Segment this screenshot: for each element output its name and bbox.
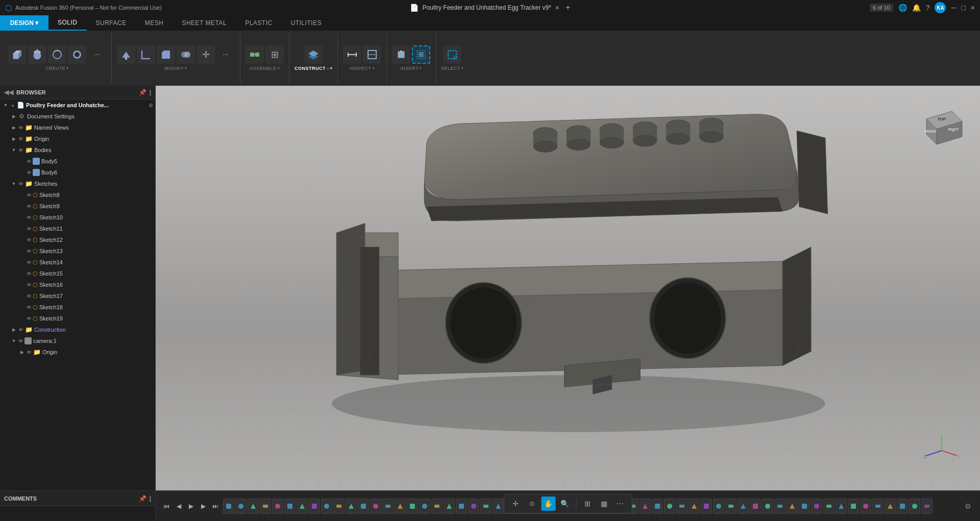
tree-sketch8[interactable]: ▶ 👁 ⬡ Sketch8 [0, 189, 155, 201]
body6-eye[interactable]: 👁 [26, 169, 33, 176]
step-53[interactable] [860, 499, 871, 514]
design-button[interactable]: DESIGN ▾ [0, 15, 48, 31]
tree-bodies[interactable]: ▼ 👁 📁 Bodies [0, 144, 155, 156]
step-45[interactable] [762, 499, 773, 514]
step-3[interactable] [248, 499, 259, 514]
resize-handle[interactable]: | [150, 89, 151, 96]
decal-icon[interactable] [412, 45, 430, 64]
assemble-label[interactable]: ASSEMBLE▾ [250, 66, 280, 71]
help-icon[interactable]: ? [926, 4, 930, 12]
step-55[interactable] [885, 499, 896, 514]
step-19[interactable] [444, 499, 455, 514]
step-51[interactable] [836, 499, 847, 514]
step-38[interactable] [676, 499, 688, 514]
display-mode-icon[interactable]: ⊞ [580, 497, 595, 511]
modify-label[interactable]: MODIFY▾ [164, 66, 187, 71]
s8-eye[interactable]: 👁 [26, 191, 33, 199]
named-views-arrow[interactable]: ▶ [10, 124, 17, 131]
timeline-start-button[interactable]: ⏮ [161, 501, 172, 512]
step-11[interactable] [346, 499, 357, 514]
press-pull-icon[interactable] [117, 45, 135, 64]
step-13[interactable] [370, 499, 381, 514]
collapse-arrow[interactable]: ◀◀ [4, 89, 13, 96]
tab-sheet-metal[interactable]: SHEET METAL [173, 15, 236, 31]
chamfer-icon[interactable] [157, 45, 175, 64]
timeline-next-button[interactable]: ▶ [198, 501, 209, 512]
timeline-prev-button[interactable]: ◀ [173, 501, 184, 512]
tab-surface[interactable]: SURFACE [87, 15, 136, 31]
step-4[interactable] [260, 499, 271, 514]
more-icon[interactable]: ⋯ [613, 497, 627, 511]
align-icon[interactable]: ⊞ [265, 45, 284, 64]
tree-sketch14[interactable]: ▶ 👁 ⬡ Sketch14 [0, 257, 155, 268]
tree-origin2[interactable]: ▶ 👁 📁 Origin [0, 346, 155, 358]
bodies-arrow[interactable]: ▼ [10, 146, 17, 154]
tree-named-views[interactable]: ▶ 👁 📁 Named Views [0, 122, 155, 133]
tree-body6[interactable]: ▶ 👁 Body6 [0, 167, 155, 178]
move-icon[interactable]: ✛ [197, 45, 215, 64]
step-42[interactable] [725, 499, 737, 514]
step-46[interactable] [774, 499, 786, 514]
step-43[interactable] [738, 499, 749, 514]
sketches-arrow[interactable]: ▼ [10, 180, 17, 187]
step-56[interactable] [897, 499, 908, 514]
root-arrow[interactable]: ▼ [2, 102, 9, 109]
step-15[interactable] [395, 499, 406, 514]
step-7[interactable] [297, 499, 308, 514]
root-visibility[interactable]: ● [9, 102, 16, 109]
close-button[interactable]: × [971, 4, 975, 12]
camera1-eye[interactable]: 👁 [17, 337, 24, 344]
inspect-label[interactable]: INSPECT▾ [350, 66, 375, 71]
origin2-arrow[interactable]: ▶ [18, 349, 26, 356]
settings-icon[interactable]: ⚙ [961, 499, 975, 513]
step-40[interactable] [701, 499, 712, 514]
add-tab-icon[interactable]: + [566, 3, 570, 12]
look-at-icon[interactable]: ⊙ [525, 497, 539, 511]
step-41[interactable] [713, 499, 724, 514]
timeline-end-button[interactable]: ⏭ [210, 501, 221, 512]
maximize-button[interactable]: □ [961, 4, 965, 12]
fillet-icon[interactable] [137, 45, 155, 64]
tree-sketch10[interactable]: ▶ 👁 ⬡ Sketch10 [0, 212, 155, 223]
tree-sketch9[interactable]: ▶ 👁 ⬡ Sketch9 [0, 201, 155, 212]
orbit-icon[interactable]: ✛ [508, 497, 523, 511]
origin-arrow[interactable]: ▶ [10, 135, 17, 142]
step-20[interactable] [456, 499, 467, 514]
view-cube-svg[interactable]: TOP RighT FRONT [914, 96, 970, 152]
zoom-icon[interactable]: 🔍 [557, 497, 572, 511]
step-12[interactable] [358, 499, 369, 514]
step-37[interactable] [664, 499, 675, 514]
step-52[interactable] [848, 499, 859, 514]
step-5[interactable] [272, 499, 283, 514]
construction-arrow[interactable]: ▶ [10, 326, 17, 333]
create-label[interactable]: CREATE▾ [45, 66, 68, 71]
step-18[interactable] [431, 499, 443, 514]
step-50[interactable] [823, 499, 835, 514]
tree-sketch11[interactable]: ▶ 👁 ⬡ Sketch11 [0, 223, 155, 234]
construction-eye[interactable]: 👁 [17, 326, 24, 333]
select-label[interactable]: SELECT▾ [441, 66, 464, 71]
step-14[interactable] [382, 499, 394, 514]
tab-solid[interactable]: SOLID [48, 15, 87, 31]
insert-label[interactable]: INSERT▾ [400, 66, 422, 71]
tree-sketches[interactable]: ▼ 👁 📁 Sketches [0, 178, 155, 189]
offset-plane-icon[interactable] [304, 45, 323, 64]
tree-construction[interactable]: ▶ 👁 📁 Construction [0, 324, 155, 335]
tree-sketch19[interactable]: ▶ 👁 ⬡ Sketch19 [0, 313, 155, 324]
step-48[interactable] [799, 499, 810, 514]
origin2-eye[interactable]: 👁 [26, 349, 33, 356]
step-47[interactable] [787, 499, 798, 514]
step-36[interactable] [652, 499, 663, 514]
pan-icon[interactable]: ✋ [541, 497, 555, 511]
insert-derive-icon[interactable] [392, 45, 410, 64]
tree-body5[interactable]: ▶ 👁 Body5 [0, 156, 155, 167]
tree-sketch15[interactable]: ▶ 👁 ⬡ Sketch15 [0, 268, 155, 279]
minimize-button[interactable]: ─ [951, 4, 956, 12]
tree-sketch13[interactable]: ▶ 👁 ⬡ Sketch13 [0, 245, 155, 257]
combine-icon[interactable] [177, 45, 195, 64]
step-9[interactable] [321, 499, 332, 514]
root-settings-icon[interactable]: ⚙ [149, 103, 153, 108]
step-39[interactable] [689, 499, 700, 514]
close-doc-icon[interactable]: × [555, 4, 559, 12]
step-1[interactable] [223, 499, 234, 514]
